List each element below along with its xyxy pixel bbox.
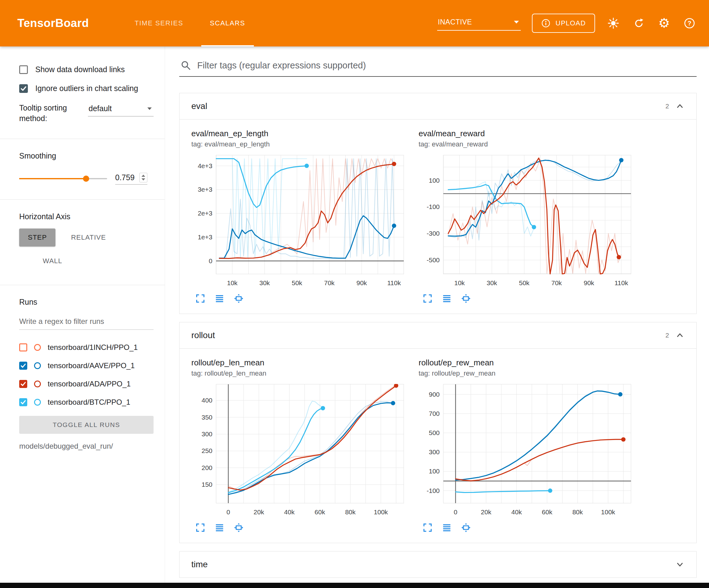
bottom-strip <box>0 583 709 588</box>
svg-text:100k: 100k <box>601 508 615 515</box>
section-header-right: 2 <box>665 331 685 340</box>
brightness-icon[interactable] <box>606 16 621 30</box>
app-title: TensorBoard <box>17 0 89 47</box>
chevron-down-icon[interactable] <box>675 560 685 569</box>
tooltip-sorting-select[interactable]: default <box>88 103 154 117</box>
section-card-rollout: rollout2rollout/ep_len_meantag: rollout/… <box>179 322 697 543</box>
chart-title: rollout/ep_len_mean <box>191 358 408 367</box>
upload-button[interactable]: UPLOAD <box>532 14 595 33</box>
section-header-eval[interactable]: eval2 <box>180 93 696 119</box>
svg-text:20k: 20k <box>481 508 491 515</box>
chevron-up-icon[interactable] <box>675 331 685 340</box>
svg-text:3e+3: 3e+3 <box>198 186 212 193</box>
run-row[interactable]: tensorboard/BTC/PPO_1 <box>19 393 154 411</box>
smoothing-value-input[interactable] <box>115 173 137 182</box>
tag-sections: eval2eval/mean_ep_lengthtag: eval/mean_e… <box>179 93 697 578</box>
runs-filter-field <box>19 317 154 330</box>
smoothing-control <box>19 173 154 184</box>
line-chart[interactable]: 10k30k50k70k90k110k100-100-300-500 <box>419 151 635 290</box>
status-dropdown[interactable]: INACTIVE <box>437 16 521 31</box>
top-bar: TensorBoard TIME SERIESSCALARS INACTIVE … <box>0 0 709 47</box>
toggle-all-runs-button[interactable]: TOGGLE ALL RUNS <box>19 416 154 434</box>
chart-toolbar <box>191 293 408 304</box>
data-table-icon[interactable] <box>442 293 452 304</box>
svg-text:50k: 50k <box>292 279 302 286</box>
svg-text:20k: 20k <box>254 508 264 515</box>
svg-text:300: 300 <box>202 430 212 437</box>
axis-button-wall[interactable]: WALL <box>34 252 71 270</box>
chart-toolbar <box>419 522 635 533</box>
expand-icon[interactable] <box>195 293 206 304</box>
section-header-time[interactable]: time <box>180 552 696 578</box>
section-header-rollout[interactable]: rollout2 <box>180 322 696 348</box>
svg-text:4e+3: 4e+3 <box>198 162 212 169</box>
tooltip-sorting-row: Tooltip sorting method: default <box>19 103 154 124</box>
expand-icon[interactable] <box>422 522 433 533</box>
section-title: rollout <box>191 330 215 340</box>
data-table-icon[interactable] <box>214 522 225 533</box>
run-checkbox[interactable] <box>19 398 27 406</box>
chart-title: rollout/ep_rew_mean <box>419 358 635 367</box>
run-row[interactable]: tensorboard/AAVE/PPO_1 <box>19 357 154 375</box>
refresh-icon[interactable] <box>632 16 646 30</box>
slider-thumb[interactable] <box>83 176 89 182</box>
line-chart[interactable]: 020k40k60k80k100k150200250300350400 <box>191 380 408 519</box>
expand-icon[interactable] <box>195 522 206 533</box>
section-card-eval: eval2eval/mean_ep_lengthtag: eval/mean_e… <box>179 93 697 314</box>
svg-text:-300: -300 <box>427 230 440 237</box>
run-row[interactable]: tensorboard/ADA/PPO_1 <box>19 375 154 393</box>
fit-domain-icon[interactable] <box>461 293 471 304</box>
filter-tags-input[interactable] <box>197 60 697 71</box>
svg-text:100: 100 <box>429 177 440 184</box>
run-row[interactable]: tensorboard/1INCH/PPO_1 <box>19 338 154 357</box>
tab-time-series[interactable]: TIME SERIES <box>126 0 192 47</box>
settings-gear-icon[interactable]: ⚙ <box>657 16 671 30</box>
svg-text:0: 0 <box>454 508 457 515</box>
fit-domain-icon[interactable] <box>233 293 244 304</box>
svg-text:1e+3: 1e+3 <box>198 233 212 240</box>
fit-domain-icon[interactable] <box>233 522 244 533</box>
section-header-right <box>675 560 685 569</box>
section-body: eval/mean_ep_lengthtag: eval/mean_ep_len… <box>180 119 696 314</box>
svg-text:110k: 110k <box>387 279 401 286</box>
run-color-ring <box>34 399 41 406</box>
chevron-up-icon[interactable] <box>675 102 685 111</box>
data-table-icon[interactable] <box>214 293 225 304</box>
svg-text:2e+3: 2e+3 <box>198 210 212 217</box>
svg-text:90k: 90k <box>584 279 594 286</box>
svg-text:150: 150 <box>202 481 212 488</box>
axis-button-relative[interactable]: RELATIVE <box>62 229 114 247</box>
tab-scalars[interactable]: SCALARS <box>201 0 254 47</box>
axis-button-step[interactable]: STEP <box>19 229 55 247</box>
checkbox-row[interactable]: Ignore outliers in chart scaling <box>19 84 154 93</box>
run-color-ring <box>34 362 41 369</box>
section-title: eval <box>191 101 207 111</box>
svg-text:100k: 100k <box>374 508 388 515</box>
runs-filter-input[interactable] <box>19 317 154 326</box>
upload-label: UPLOAD <box>555 19 586 27</box>
run-checkbox[interactable] <box>19 343 27 352</box>
tab-bar: TIME SERIESSCALARS <box>126 0 254 47</box>
run-color-ring <box>34 381 41 387</box>
svg-text:110k: 110k <box>614 279 628 286</box>
checkbox[interactable] <box>19 84 28 93</box>
help-icon[interactable]: ? <box>682 16 697 30</box>
spinner-icon[interactable] <box>139 173 148 182</box>
chart-card: eval/mean_ep_lengthtag: eval/mean_ep_len… <box>191 129 408 304</box>
run-checkbox[interactable] <box>19 362 27 370</box>
line-chart[interactable]: 10k30k50k70k90k110k01e+32e+33e+34e+3 <box>191 151 408 290</box>
smoothing-slider[interactable] <box>19 178 107 179</box>
chart-plot: 10k30k50k70k90k110k01e+32e+33e+34e+3 <box>191 151 408 291</box>
section-title: time <box>191 560 208 569</box>
search-icon <box>181 60 191 71</box>
expand-icon[interactable] <box>422 293 433 304</box>
svg-text:200: 200 <box>202 464 212 471</box>
checkbox[interactable] <box>19 65 28 74</box>
slider-fill <box>19 178 86 179</box>
data-table-icon[interactable] <box>442 522 452 533</box>
line-chart[interactable]: 020k40k60k80k100k-100100300500700900 <box>419 380 635 519</box>
run-color-ring <box>34 344 41 351</box>
checkbox-row[interactable]: Show data download links <box>19 65 154 74</box>
run-checkbox[interactable] <box>19 380 27 388</box>
fit-domain-icon[interactable] <box>461 522 471 533</box>
